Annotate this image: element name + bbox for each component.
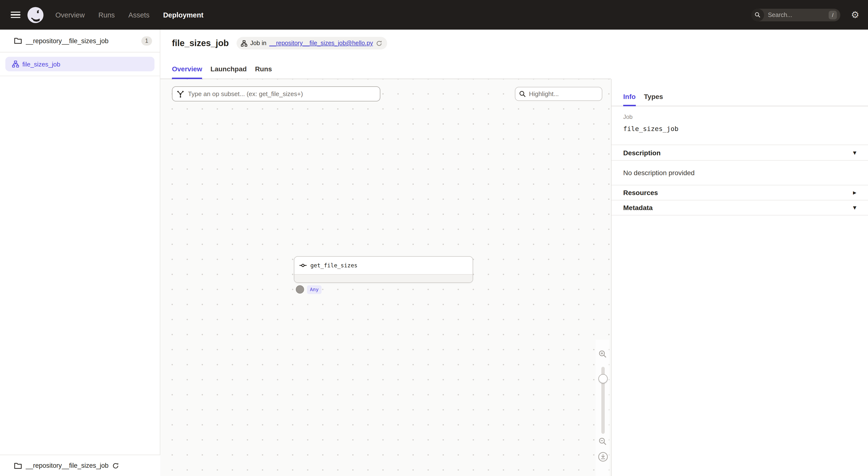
search-placeholder: Search... — [768, 11, 792, 18]
download-image-icon[interactable] — [598, 452, 608, 462]
section-metadata[interactable]: Metadata ▼ — [612, 200, 868, 215]
op-io-icon — [299, 262, 307, 269]
op-graph-canvas[interactable]: get_file_sizes Any — [160, 79, 611, 476]
tab-runs[interactable]: Runs — [255, 65, 272, 79]
op-output-port — [296, 285, 304, 294]
chevron-down-icon: ▼ — [853, 150, 856, 155]
op-node-name: get_file_sizes — [310, 262, 358, 269]
dagster-logo[interactable] — [27, 6, 44, 23]
section-resources[interactable]: Resources ▶ — [612, 185, 868, 200]
job-sidebar: __repository__file_sizes_job 1 file_size… — [0, 30, 160, 476]
sidebar-item-file-sizes-job[interactable]: file_sizes_job — [5, 57, 154, 71]
repo-file-link[interactable]: __repository__file_sizes_job@hello.py — [269, 40, 373, 46]
repo-footer[interactable]: __repository__file_sizes_job — [0, 455, 160, 476]
folder-icon — [14, 462, 22, 470]
repo-group-header[interactable]: __repository__file_sizes_job 1 — [0, 30, 160, 53]
job-context-pill: Job in __repository__file_sizes_job@hell… — [237, 37, 387, 49]
nav-deployment[interactable]: Deployment — [163, 11, 204, 19]
nav-right: Search... / ⚙ — [751, 8, 859, 21]
gear-icon[interactable]: ⚙ — [851, 10, 859, 20]
sidebar-item-label: file_sizes_job — [22, 60, 60, 68]
menu-icon[interactable] — [11, 11, 21, 18]
highlight-field — [515, 87, 602, 101]
op-subset-field — [172, 87, 380, 101]
job-fork-icon — [12, 61, 19, 67]
description-content: No description provided — [612, 161, 868, 185]
chevron-down-icon: ▼ — [853, 205, 856, 210]
top-nav: Overview Runs Assets Deployment Search..… — [0, 0, 868, 30]
page-header: file_sizes_job Job in __repository__file… — [160, 30, 611, 79]
op-subset-input[interactable] — [172, 87, 380, 101]
tab-launchpad[interactable]: Launchpad — [211, 65, 247, 79]
page-title: file_sizes_job — [172, 38, 229, 48]
info-panel: Info Types Job file_sizes_job Descriptio… — [611, 79, 868, 476]
tab-overview[interactable]: Overview — [172, 65, 202, 79]
slash-shortcut-badge: / — [829, 10, 837, 19]
job-count-badge: 1 — [141, 36, 152, 45]
zoom-in-icon[interactable] — [598, 350, 608, 359]
reload-repo-icon[interactable] — [113, 462, 119, 469]
zoom-out-icon[interactable] — [598, 437, 608, 446]
search-icon — [751, 8, 764, 21]
context-prefix: Job in — [250, 40, 267, 46]
job-name-value: file_sizes_job — [623, 125, 856, 132]
tab-types[interactable]: Types — [644, 93, 663, 106]
job-tabs: Overview Launchpad Runs — [172, 65, 272, 79]
primary-nav: Overview Runs Assets Deployment — [55, 11, 204, 19]
tab-info[interactable]: Info — [623, 93, 636, 106]
folder-icon — [14, 37, 22, 45]
highlight-input[interactable] — [515, 87, 602, 101]
op-node-get-file-sizes[interactable]: get_file_sizes — [294, 256, 473, 283]
section-description[interactable]: Description ▼ — [612, 145, 868, 161]
op-node-body — [294, 275, 473, 282]
job-label: Job — [623, 113, 856, 120]
app-window: Overview Runs Assets Deployment Search..… — [0, 0, 868, 476]
zoom-slider-handle[interactable] — [598, 374, 608, 383]
nav-assets[interactable]: Assets — [128, 11, 150, 19]
output-type-chip[interactable]: Any — [307, 285, 321, 294]
nav-runs[interactable]: Runs — [98, 11, 115, 19]
reload-icon[interactable] — [376, 40, 382, 46]
job-fork-icon — [241, 40, 247, 46]
repo-group-label: __repository__file_sizes_job — [26, 37, 141, 44]
panel-tabs: Info Types — [612, 79, 868, 106]
repo-footer-label: __repository__file_sizes_job — [26, 462, 108, 469]
global-search-input[interactable]: Search... / — [751, 8, 840, 21]
nav-overview[interactable]: Overview — [55, 11, 85, 19]
job-list: file_sizes_job — [0, 53, 160, 76]
job-info-block: Job file_sizes_job — [612, 106, 868, 145]
chevron-right-icon: ▶ — [853, 190, 856, 195]
